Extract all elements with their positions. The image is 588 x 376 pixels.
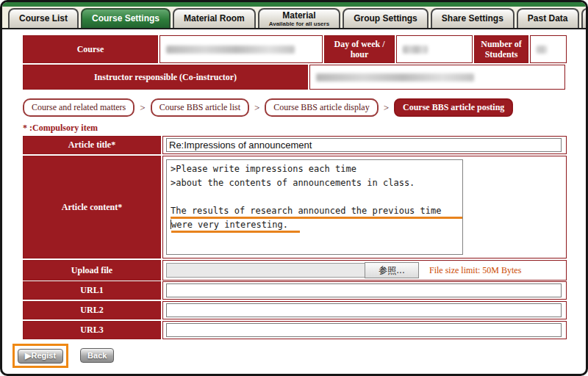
content-line: >Please write impressions each time (171, 162, 459, 176)
breadcrumb-separator: > (384, 102, 389, 114)
url3-label: URL3 (23, 321, 161, 339)
instructor-value-cell (309, 65, 565, 90)
content-line-highlighted: were very interesting. (171, 218, 459, 232)
url1-label: URL1 (23, 281, 161, 300)
main-content: Course Day of week / hour Number of Stud… (2, 29, 586, 368)
breadcrumb-separator: > (140, 102, 145, 114)
tab-share-settings[interactable]: Share Settings (431, 8, 514, 28)
file-input-group: 参照... File size limit: 50M Bytes (166, 262, 521, 278)
breadcrumb: Course and related matters > Course BBS … (23, 98, 565, 117)
upload-file-row: Upload file 参照... File size limit: 50M B… (23, 260, 568, 280)
tab-bar: Course List Course Settings Material Roo… (2, 7, 586, 29)
redacted-instructor-value (316, 73, 474, 82)
tab-label: Course Settings (92, 14, 159, 24)
url1-row: URL1 (23, 281, 568, 300)
url3-input[interactable] (166, 323, 562, 337)
breadcrumb-course-related-matters[interactable]: Course and related matters (23, 98, 135, 117)
day-of-week-value-cell (396, 35, 473, 63)
article-content-row: Article content* >Please write impressio… (23, 156, 568, 258)
url3-row: URL3 (23, 321, 568, 339)
url2-row: URL2 (23, 301, 568, 319)
breadcrumb-bbs-article-posting: Course BBS article posting (394, 98, 513, 117)
content-line: >about the contents of announcements in … (171, 176, 459, 190)
redacted-course-name (166, 46, 295, 54)
article-content-label: Article content* (23, 156, 161, 258)
tab-past-data[interactable]: Past Data (517, 8, 579, 28)
breadcrumb-bbs-article-list[interactable]: Course BBS article list (151, 98, 249, 117)
breadcrumb-separator: > (254, 102, 259, 114)
tab-label: Group Settings (354, 14, 417, 24)
browse-button[interactable]: 参照... (365, 262, 419, 278)
redacted-day-value (403, 46, 428, 54)
annotation-highlight-box: ▶Regist (12, 344, 68, 368)
tab-material-room[interactable]: Material Room (173, 8, 256, 28)
tab-message[interactable]: Message on a class (581, 8, 588, 28)
upload-file-label: Upload file (23, 260, 161, 281)
instructor-label: Instructor responsible (Co-instructor) (23, 65, 308, 90)
article-content-textarea[interactable]: >Please write impressions each time >abo… (166, 159, 463, 255)
article-title-input[interactable] (166, 138, 562, 152)
action-buttons: ▶Regist Back (12, 344, 565, 368)
url1-input[interactable] (166, 283, 562, 297)
number-of-students-value-cell (530, 35, 567, 63)
day-of-week-label: Day of week / hour (324, 35, 395, 63)
redacted-students-value (537, 46, 547, 54)
compulsory-item-note: * :Compulsory item (23, 123, 565, 134)
content-line-highlighted: The results of research announced the pr… (171, 204, 459, 218)
back-button[interactable]: Back (80, 348, 114, 363)
tab-course-settings[interactable]: Course Settings (81, 8, 171, 28)
course-label: Course (23, 35, 158, 63)
url2-input[interactable] (166, 303, 562, 317)
application-window: Course List Course Settings Material Roo… (0, 0, 588, 376)
tab-label: Share Settings (442, 14, 503, 24)
regist-button[interactable]: ▶Regist (18, 349, 63, 364)
content-line (171, 190, 459, 204)
posting-form-table: Article title* Article content* >Please … (23, 136, 568, 339)
course-info-row-2: Instructor responsible (Co-instructor) (23, 65, 568, 90)
course-info-table: Course Day of week / hour Number of Stud… (23, 35, 568, 90)
file-size-limit-note: File size limit: 50M Bytes (429, 265, 521, 276)
article-title-row: Article title* (23, 136, 568, 154)
tab-sublabel: Available for all users (269, 21, 329, 27)
tab-label: Material Room (184, 14, 245, 24)
upload-file-field[interactable] (166, 263, 365, 278)
tab-material-all-users[interactable]: Material Available for all users (258, 8, 340, 28)
course-info-row-1: Course Day of week / hour Number of Stud… (23, 35, 568, 63)
tab-label: Material (282, 11, 315, 21)
number-of-students-label: Number of Students (474, 35, 528, 63)
article-title-label: Article title* (23, 136, 161, 154)
course-value-cell (159, 35, 323, 63)
tab-group-settings[interactable]: Group Settings (343, 8, 429, 28)
url2-label: URL2 (23, 301, 161, 319)
breadcrumb-bbs-article-display[interactable]: Course BBS article display (265, 98, 378, 117)
tab-label: Past Data (528, 14, 568, 24)
tab-label: Course List (19, 14, 68, 24)
tab-course-list[interactable]: Course List (8, 8, 79, 28)
